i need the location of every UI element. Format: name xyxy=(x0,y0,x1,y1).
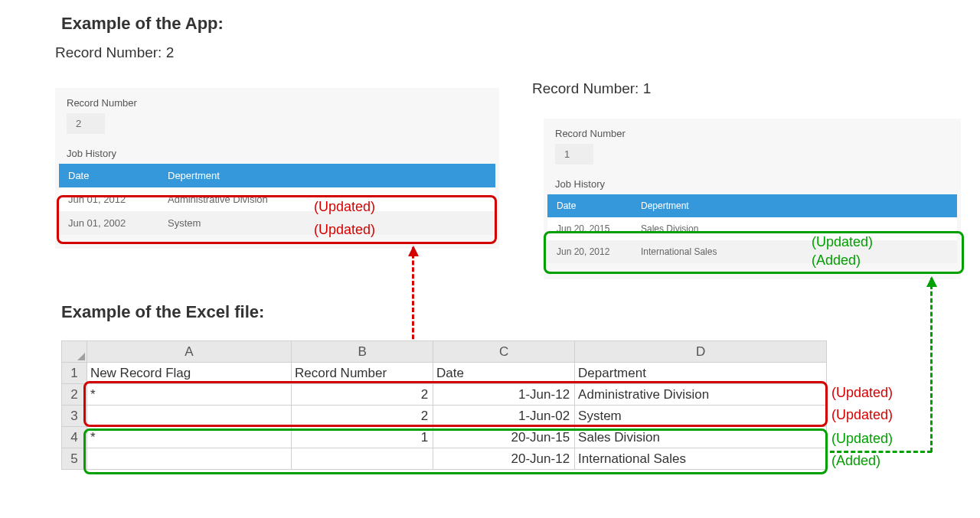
excel-cell: 2 xyxy=(292,406,433,427)
annotation-updated: (Updated) xyxy=(831,431,893,447)
excel-row: 4 * 1 20-Jun-15 Sales Division xyxy=(62,427,827,448)
cell-date: Jun 01, 2002 xyxy=(59,211,158,235)
excel-col-D: D xyxy=(575,341,827,363)
record2-subtitle: Record Number: 2 xyxy=(55,44,174,61)
excel-cell: 1 xyxy=(292,427,433,448)
excel-row: 2 * 2 1-Jun-12 Administrative Division xyxy=(62,384,827,406)
excel-cell: Sales Division xyxy=(575,427,827,448)
excel-rownum: 3 xyxy=(62,406,87,427)
cell-department: Sales Division xyxy=(632,217,957,240)
col-date: Date xyxy=(59,164,158,187)
excel-row: 5 20-Jun-12 International Sales xyxy=(62,448,827,470)
excel-grid: A B C D 1 New Record Flag Record Number … xyxy=(61,340,827,470)
cell-date: Jun 01, 2012 xyxy=(59,187,158,211)
excel-cell: Date xyxy=(433,363,575,384)
excel-cell: 20-Jun-12 xyxy=(433,448,575,470)
excel-rownum: 2 xyxy=(62,384,87,406)
annotation-updated: (Updated) xyxy=(831,385,893,401)
table-row: Jun 01, 2012 Administrative Division xyxy=(59,187,495,211)
job-history-label: Job History xyxy=(67,148,499,159)
excel-rownum: 5 xyxy=(62,448,87,470)
cell-department: System xyxy=(158,211,495,235)
cell-department: Administrative Division xyxy=(158,187,495,211)
excel-cell: 1-Jun-12 xyxy=(433,384,575,406)
excel-cell: 1-Jun-02 xyxy=(433,406,575,427)
excel-col-A: A xyxy=(87,341,291,363)
excel-cell: 20-Jun-15 xyxy=(433,427,575,448)
excel-row: 3 2 1-Jun-02 System xyxy=(62,406,827,427)
excel-cell: 2 xyxy=(292,384,433,406)
record-number-label: Record Number xyxy=(67,97,499,109)
record-number-value: 1 xyxy=(555,144,593,165)
annotation-updated: (Updated) xyxy=(831,407,893,423)
excel-row: 1 New Record Flag Record Number Date Dep… xyxy=(62,363,827,384)
excel-cell xyxy=(87,406,291,427)
job-history-table: Date Depertment Jun 01, 2012 Administrat… xyxy=(59,164,495,235)
job-history-table: Date Depertment Jun 20, 2015 Sales Divis… xyxy=(547,194,957,263)
excel-cell: Administrative Division xyxy=(575,384,827,406)
record-card-1: Record Number 1 Job History Date Depertm… xyxy=(544,119,961,279)
record-number-value: 2 xyxy=(67,113,105,134)
excel-cell xyxy=(87,448,291,470)
record-card-2: Record Number 2 Job History Date Depertm… xyxy=(55,88,499,249)
record1-subtitle: Record Number: 1 xyxy=(532,80,651,97)
excel-cell: Department xyxy=(575,363,827,384)
excel-column-header-row: A B C D xyxy=(62,341,827,363)
excel-example-heading: Example of the Excel file: xyxy=(61,302,264,322)
arrow-green-horizontal xyxy=(830,451,932,453)
excel-cell: New Record Flag xyxy=(87,363,291,384)
table-row: Jun 20, 2012 International Sales xyxy=(547,240,957,263)
col-department: Depertment xyxy=(158,164,495,187)
excel-cell: International Sales xyxy=(575,448,827,470)
excel-rownum: 1 xyxy=(62,363,87,384)
table-row: Jun 01, 2002 System xyxy=(59,211,495,235)
excel-cell: * xyxy=(87,427,291,448)
table-row: Jun 20, 2015 Sales Division xyxy=(547,217,957,240)
excel-cell: Record Number xyxy=(292,363,433,384)
cell-department: International Sales xyxy=(632,240,957,263)
arrow-green-vertical xyxy=(930,278,933,452)
excel-col-C: C xyxy=(433,341,575,363)
excel-rownum: 4 xyxy=(62,427,87,448)
col-department: Depertment xyxy=(632,194,957,217)
excel-cell: System xyxy=(575,406,827,427)
app-example-heading: Example of the App: xyxy=(61,14,224,34)
cell-date: Jun 20, 2012 xyxy=(547,240,632,263)
excel-corner xyxy=(62,341,87,363)
cell-date: Jun 20, 2015 xyxy=(547,217,632,240)
job-history-label: Job History xyxy=(555,178,961,190)
excel-cell xyxy=(292,448,433,470)
excel-cell: * xyxy=(87,384,291,406)
excel-col-B: B xyxy=(292,341,433,363)
annotation-added: (Added) xyxy=(831,453,880,469)
record-number-label: Record Number xyxy=(555,128,961,139)
col-date: Date xyxy=(547,194,632,217)
